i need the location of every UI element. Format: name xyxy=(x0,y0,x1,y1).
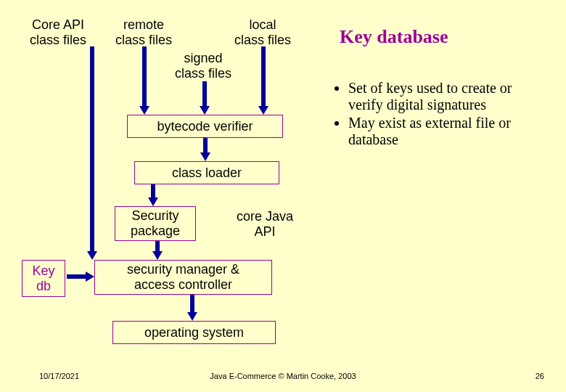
svg-rect-14 xyxy=(90,46,94,206)
arrow-coreapi-down xyxy=(87,46,97,206)
svg-marker-7 xyxy=(200,152,210,161)
arrow-secpkg-to-secmgr xyxy=(152,241,163,260)
svg-marker-5 xyxy=(258,106,268,115)
box-sec-mgr: security manager &access controller xyxy=(94,260,272,295)
svg-rect-10 xyxy=(155,241,160,251)
bullet-item: May exist as external file or database xyxy=(348,115,550,148)
arrow-verifier-to-loader xyxy=(200,138,210,161)
svg-marker-9 xyxy=(148,197,158,206)
svg-marker-13 xyxy=(187,312,197,321)
arrow-coreapi-to-secmgr xyxy=(87,203,97,260)
heading-key-database: Key database xyxy=(340,26,448,48)
arrow-local-to-verifier xyxy=(258,46,268,115)
label-remote: remoteclass files xyxy=(107,17,180,47)
bullet-item: Set of keys used to create or verify dig… xyxy=(348,80,550,113)
label-key-db: Keydb xyxy=(22,260,65,297)
label-core-api: Core APIclass files xyxy=(22,17,94,47)
label-local: localclass files xyxy=(226,17,299,47)
svg-rect-0 xyxy=(142,46,147,106)
svg-rect-15 xyxy=(90,203,94,251)
footer-page: 26 xyxy=(536,372,544,380)
svg-rect-12 xyxy=(190,295,194,312)
svg-rect-17 xyxy=(67,274,86,279)
arrow-signed-to-verifier xyxy=(200,81,210,115)
svg-rect-8 xyxy=(151,184,155,197)
svg-rect-2 xyxy=(202,81,207,106)
arrow-keydb-to-secmgr xyxy=(67,271,94,282)
arrow-loader-to-secpkg xyxy=(148,184,158,206)
arrow-secmgr-to-os xyxy=(187,295,197,321)
box-class-loader: class loader xyxy=(134,161,279,184)
box-security-package: Securitypackage xyxy=(115,206,196,241)
label-signed: signedclass files xyxy=(167,51,239,81)
bullet-list: Set of keys used to create or verify dig… xyxy=(332,80,550,150)
svg-rect-4 xyxy=(261,46,266,106)
box-bytecode-verifier: bytecode verifier xyxy=(127,115,283,138)
svg-rect-6 xyxy=(203,138,208,152)
svg-marker-1 xyxy=(139,106,149,115)
box-os: operating system xyxy=(112,321,276,344)
svg-marker-16 xyxy=(87,251,97,260)
arrow-remote-to-verifier xyxy=(139,46,149,115)
footer-credit: Java E-Commerce © Martin Cooke, 2003 xyxy=(0,372,566,380)
svg-marker-11 xyxy=(152,251,163,260)
svg-marker-18 xyxy=(86,271,94,282)
label-core-java-api: core JavaAPI xyxy=(218,209,312,239)
svg-marker-3 xyxy=(200,106,210,115)
